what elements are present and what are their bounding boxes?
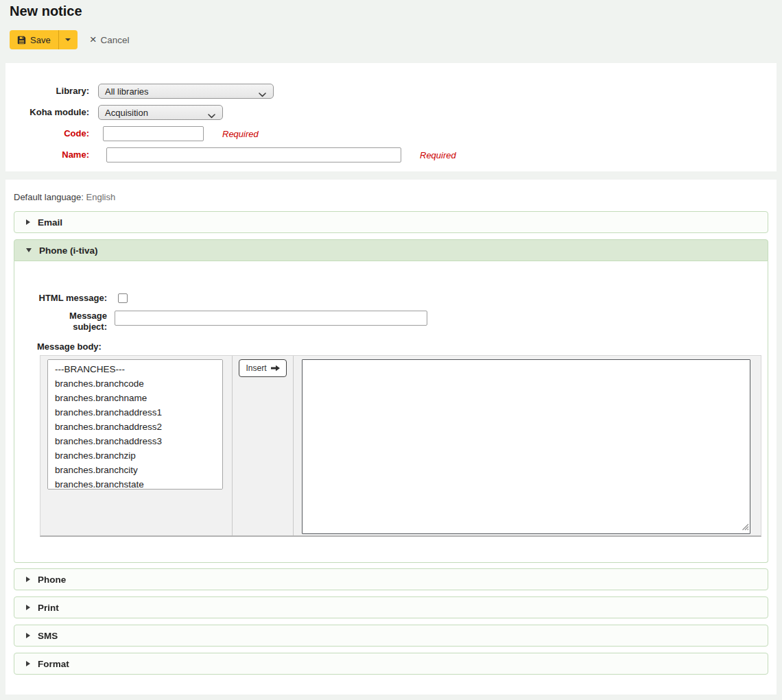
library-label: Library: <box>5 84 89 98</box>
library-select-value: All libraries <box>105 86 149 97</box>
caret-down-icon <box>65 38 71 41</box>
module-row: Koha module: Acquisition <box>5 105 777 120</box>
arrow-right-icon <box>271 365 280 372</box>
section-header-phone[interactable]: Phone <box>14 568 768 590</box>
koha-module-label: Koha module: <box>5 105 89 119</box>
page-title: New notice <box>0 0 782 19</box>
list-item[interactable]: branches.branchzip <box>48 448 222 463</box>
cancel-button[interactable]: × Cancel <box>90 35 130 45</box>
triangle-right-icon <box>26 661 30 666</box>
library-row: Library: All libraries <box>5 84 777 99</box>
phone-itiva-editor: HTML message: Message subject: Message b… <box>14 261 768 563</box>
html-message-label: HTML message: <box>14 293 107 304</box>
list-item[interactable]: branches.branchaddress2 <box>48 420 222 434</box>
name-input[interactable] <box>106 147 401 162</box>
section-header-format[interactable]: Format <box>14 653 768 675</box>
html-message-row: HTML message: <box>14 293 768 304</box>
save-dropdown-toggle[interactable] <box>59 30 78 49</box>
section-title-phone: Phone <box>38 575 66 585</box>
toolbar: Save × Cancel <box>10 30 782 49</box>
message-body-label: Message body: <box>14 341 768 352</box>
message-body-editor: ---BRANCHES--- branches.branchcode branc… <box>40 355 761 537</box>
section-title-email: Email <box>38 217 62 228</box>
cancel-button-label: Cancel <box>101 35 130 45</box>
list-item[interactable]: branches.branchstate <box>48 477 222 490</box>
insert-cell: Insert <box>233 356 294 535</box>
chevron-down-icon <box>208 110 215 121</box>
list-item[interactable]: branches.branchcity <box>48 463 222 477</box>
code-required-note: Required <box>222 126 259 141</box>
default-language-label: Default language: <box>14 192 84 202</box>
list-item[interactable]: branches.branchcode <box>48 376 222 391</box>
notice-templates-panel: Default language: English Email Phone (i… <box>5 180 777 695</box>
koha-module-select-value: Acquisition <box>105 108 148 118</box>
triangle-right-icon <box>26 219 30 225</box>
section-title-format: Format <box>38 659 69 669</box>
section-header-phone-itiva[interactable]: Phone (i-tiva) <box>14 239 768 261</box>
list-item[interactable]: ---BRANCHES--- <box>48 362 222 376</box>
section-header-email[interactable]: Email <box>14 211 768 233</box>
html-message-checkbox[interactable] <box>118 293 128 303</box>
koha-module-select[interactable]: Acquisition <box>98 105 223 120</box>
triangle-right-icon <box>26 633 30 638</box>
triangle-down-icon <box>26 248 32 252</box>
triangle-right-icon <box>26 577 30 582</box>
save-icon <box>17 36 26 45</box>
section-title-phone-itiva: Phone (i-tiva) <box>39 245 98 256</box>
section-title-sms: SMS <box>38 631 58 641</box>
default-language-bar: Default language: English <box>14 192 768 202</box>
default-language-value: English <box>86 192 116 202</box>
section-title-print: Print <box>38 603 59 613</box>
save-button[interactable]: Save <box>10 30 59 49</box>
section-header-print[interactable]: Print <box>14 596 768 618</box>
message-subject-row: Message subject: <box>14 311 768 333</box>
name-label: Name: <box>5 147 89 162</box>
insert-button-label: Insert <box>246 363 266 373</box>
list-item[interactable]: branches.branchaddress3 <box>48 434 222 448</box>
message-subject-input[interactable] <box>115 311 427 326</box>
chevron-down-icon <box>259 89 266 99</box>
insert-button[interactable]: Insert <box>239 359 286 377</box>
message-subject-label: Message subject: <box>14 311 107 333</box>
list-item[interactable]: branches.branchname <box>48 391 222 405</box>
placeholder-fields-cell: ---BRANCHES--- branches.branchcode branc… <box>40 356 233 535</box>
notice-properties-panel: Library: All libraries Koha module: Acqu… <box>5 63 777 171</box>
code-input[interactable] <box>103 126 204 141</box>
close-icon: × <box>90 35 97 45</box>
placeholder-fields-listbox[interactable]: ---BRANCHES--- branches.branchcode branc… <box>47 359 223 490</box>
save-button-label: Save <box>30 35 51 45</box>
code-row: Code: Required <box>5 126 777 141</box>
message-body-cell <box>294 356 761 535</box>
code-label: Code: <box>5 126 89 141</box>
save-split-button: Save <box>10 30 78 49</box>
library-select[interactable]: All libraries <box>98 84 274 99</box>
name-required-note: Required <box>420 147 456 162</box>
triangle-right-icon <box>26 605 30 610</box>
name-row: Name: Required <box>5 147 777 162</box>
list-item[interactable]: branches.branchaddress1 <box>48 405 222 420</box>
message-body-textarea[interactable] <box>302 359 750 534</box>
section-header-sms[interactable]: SMS <box>14 625 768 647</box>
